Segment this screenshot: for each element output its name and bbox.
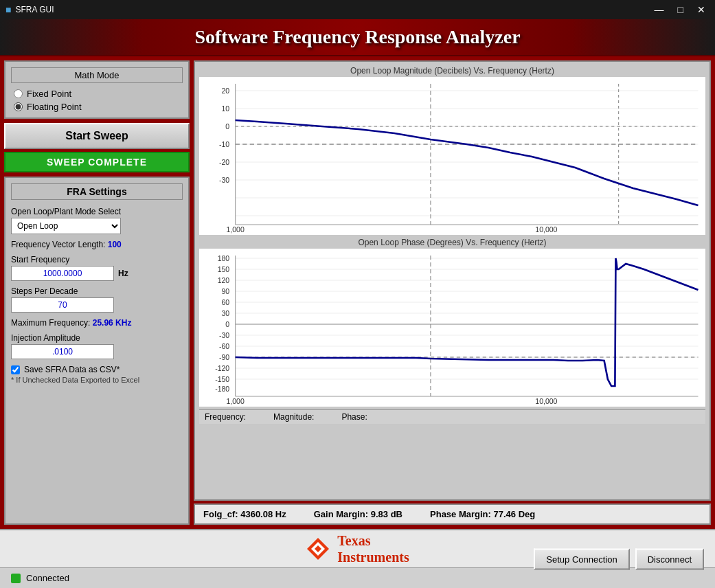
fixed-point-radio[interactable] — [14, 89, 23, 98]
mode-select-row-inner: Open Loop Plant — [11, 218, 183, 234]
floating-point-radio[interactable] — [14, 102, 23, 111]
floating-point-label: Floating Point — [27, 102, 82, 112]
svg-text:0: 0 — [225, 321, 229, 328]
gain-margin-value: 9.83 dB — [371, 509, 402, 519]
setup-connection-button[interactable]: Setup Connection — [534, 549, 629, 570]
folg-cf-value: 4360.08 Hz — [240, 509, 286, 519]
fixed-point-option[interactable]: Fixed Point — [14, 89, 183, 99]
save-csv-label: Save SFRA Data as CSV* — [24, 365, 120, 374]
disconnect-button[interactable]: Disconnect — [635, 549, 704, 570]
cursor-phase-label: Phase: — [341, 412, 367, 422]
save-csv-row: Save SFRA Data as CSV* — [11, 365, 183, 374]
magnitude-chart-wrapper: Open Loop Magnitude (Decibels) Vs. Frequ… — [199, 66, 705, 235]
start-freq-input[interactable] — [11, 266, 114, 281]
freq-vector-value: 100 — [108, 240, 122, 249]
close-button[interactable]: ✕ — [693, 4, 710, 15]
start-sweep-button[interactable]: Start Sweep — [4, 123, 190, 149]
svg-text:30: 30 — [222, 310, 230, 317]
math-mode-box: Math Mode Fixed Point Floating Point — [4, 60, 190, 119]
svg-text:-30: -30 — [219, 332, 229, 339]
math-mode-radio-group: Fixed Point Floating Point — [11, 89, 183, 112]
steps-per-decade-input[interactable] — [11, 297, 114, 313]
footer-top: Texas Instruments Setup Connection Disco… — [0, 530, 715, 567]
svg-text:-120: -120 — [215, 365, 229, 372]
svg-text:-90: -90 — [219, 354, 229, 361]
window-controls: — □ ✕ — [650, 4, 710, 15]
cursor-magnitude-label: Magnitude: — [273, 412, 314, 422]
injection-amp-row: Injection Amplitude — [11, 333, 183, 359]
phase-chart-svg: 180 150 120 90 60 30 0 -30 -60 -90 -120 … — [199, 249, 705, 407]
fra-settings-title: FRA Settings — [11, 183, 183, 200]
fra-settings-box: FRA Settings Open Loop/Plant Mode Select… — [4, 177, 190, 525]
app-title: SFRA GUI — [15, 5, 54, 14]
phase-margin-metric: Phase Margin: 77.46 Deg — [430, 509, 535, 519]
svg-text:60: 60 — [222, 299, 230, 306]
svg-text:10,000: 10,000 — [535, 398, 557, 405]
mode-select[interactable]: Open Loop Plant — [11, 218, 121, 234]
freq-vector-label: Frequency Vector Length: 100 — [11, 240, 183, 249]
math-mode-title: Math Mode — [11, 67, 183, 83]
phase-chart: 180 150 120 90 60 30 0 -30 -60 -90 -120 … — [199, 249, 705, 407]
app-icon: ■ — [5, 4, 11, 15]
gain-margin-label: Gain Margin: — [314, 509, 368, 519]
phase-chart-wrapper: Open Loop Phase (Degrees) Vs. Frequency … — [199, 238, 705, 407]
svg-text:-180: -180 — [215, 385, 229, 393]
footer: Texas Instruments Setup Connection Disco… — [0, 529, 715, 588]
left-panel: Math Mode Fixed Point Floating Point Sta… — [4, 60, 190, 525]
start-freq-unit: Hz — [118, 269, 128, 278]
save-csv-note: * If Unchecked Data Exported to Excel — [11, 376, 183, 384]
phase-margin-label: Phase Margin: — [430, 509, 491, 519]
content-area: Math Mode Fixed Point Floating Point Sta… — [0, 56, 715, 529]
svg-text:-20: -20 — [219, 159, 229, 166]
ti-logo-text: Texas Instruments — [337, 532, 409, 565]
footer-bottom: Connected — [0, 567, 715, 588]
sweep-control-group: Start Sweep SWEEP COMPLETE — [4, 123, 190, 172]
connected-indicator — [11, 574, 21, 583]
svg-text:120: 120 — [218, 277, 230, 284]
ti-logo-icon — [306, 536, 330, 561]
phase-chart-title: Open Loop Phase (Degrees) Vs. Frequency … — [199, 238, 705, 247]
start-freq-input-row: Hz — [11, 266, 183, 281]
cursor-info-bar: Frequency: Magnitude: Phase: — [199, 409, 705, 424]
start-freq-label: Start Frequency — [11, 255, 183, 264]
status-bar: Folg_cf: 4360.08 Hz Gain Margin: 9.83 dB… — [194, 504, 711, 525]
magnitude-chart: 20 10 0 -10 -20 -30 1,000 10,000 — [199, 77, 705, 235]
magnitude-chart-title: Open Loop Magnitude (Decibels) Vs. Frequ… — [199, 66, 705, 76]
svg-text:-30: -30 — [219, 177, 229, 184]
connection-status-text: Connected — [26, 573, 69, 583]
injection-amp-input[interactable] — [11, 344, 114, 359]
folg-cf-label: Folg_cf: — [203, 509, 238, 519]
connection-status-bar: Connected — [11, 573, 69, 583]
max-freq-row: Maximum Frequency: 25.96 KHz — [11, 318, 183, 328]
title-bar: ■ SFRA GUI — □ ✕ — [0, 0, 715, 19]
app-header: Software Frequency Response Analyzer — [0, 19, 715, 56]
fixed-point-label: Fixed Point — [27, 89, 71, 99]
svg-text:0: 0 — [225, 123, 229, 131]
floating-point-option[interactable]: Floating Point — [14, 102, 183, 112]
svg-text:-10: -10 — [219, 141, 229, 148]
main-container: Software Frequency Response Analyzer Mat… — [0, 19, 715, 588]
maximize-button[interactable]: □ — [674, 4, 688, 15]
max-freq-value: 25.96 KHz — [93, 318, 132, 328]
minimize-button[interactable]: — — [650, 4, 668, 15]
steps-per-decade-label: Steps Per Decade — [11, 286, 183, 296]
charts-container: Open Loop Magnitude (Decibels) Vs. Frequ… — [194, 60, 711, 501]
steps-per-decade-row: Steps Per Decade — [11, 286, 183, 313]
sweep-complete-status: SWEEP COMPLETE — [4, 152, 190, 172]
cursor-frequency-label: Frequency: — [205, 412, 246, 422]
save-csv-checkbox[interactable] — [11, 365, 20, 374]
freq-vector-row: Frequency Vector Length: 100 — [11, 240, 183, 249]
svg-text:1,000: 1,000 — [226, 398, 245, 405]
svg-text:10: 10 — [222, 105, 230, 113]
injection-amp-label: Injection Amplitude — [11, 333, 183, 343]
svg-text:20: 20 — [222, 87, 230, 95]
max-freq-label: Maximum Frequency: 25.96 KHz — [11, 318, 183, 328]
ti-logo: Texas Instruments — [306, 532, 409, 565]
folg-cf-metric: Folg_cf: 4360.08 Hz — [203, 509, 286, 519]
ti-name-line2: Instruments — [337, 549, 409, 565]
start-freq-row: Start Frequency Hz — [11, 255, 183, 281]
svg-text:-150: -150 — [215, 376, 229, 383]
phase-margin-value: 77.46 Deg — [494, 509, 536, 519]
footer-buttons: Setup Connection Disconnect — [534, 549, 704, 570]
app-title-heading: Software Frequency Response Analyzer — [7, 26, 708, 48]
